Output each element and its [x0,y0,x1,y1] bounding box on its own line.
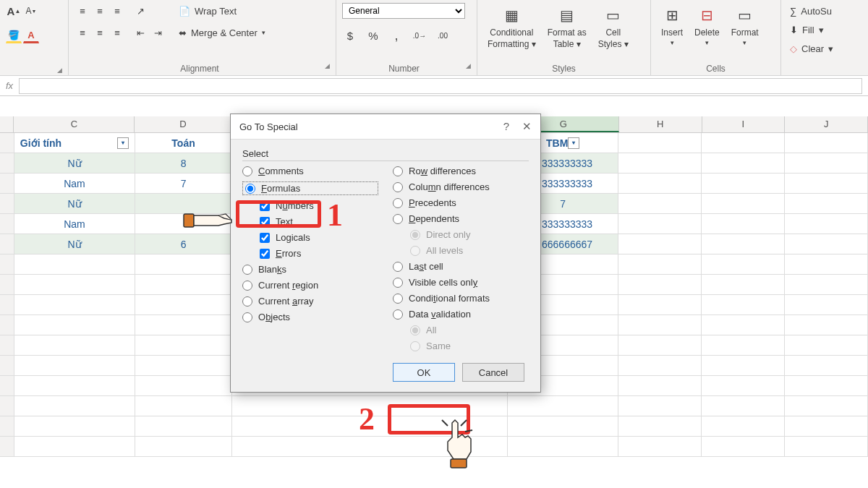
alignment-label: Alignment [180,64,218,74]
fill-color-icon[interactable]: 🪣 [6,27,22,43]
option-cond-formats[interactable]: Conditional formats [393,293,529,304]
option-numbers[interactable]: Numbers [260,200,378,211]
cell-styles-button[interactable]: ▭ Cell Styles ▾ [594,3,633,51]
dialog-title-text: Go To Special [239,121,298,132]
increase-decimal-icon[interactable]: .0→ [412,27,427,43]
ribbon-group-editing: ∑AutoSu ⬇Fill ▾ ◇Clear ▾ [781,0,854,75]
align-right-icon[interactable]: ≡ [109,25,125,40]
filter-icon[interactable]: ▾ [568,137,579,149]
comma-icon[interactable]: , [388,27,404,43]
dialog-launcher-icon[interactable]: ◢ [466,62,471,69]
option-precedents[interactable]: Precedents [393,197,529,208]
delete-button[interactable]: ⊟ Delete▾ [690,3,724,48]
autosum-button[interactable]: ∑AutoSu [787,3,848,19]
increase-font-icon[interactable]: A▲ [6,3,22,19]
option-text[interactable]: Text [260,216,378,227]
increase-indent-icon[interactable]: ⇥ [150,25,166,40]
align-bottom-icon[interactable]: ≡ [109,3,125,19]
header-gioi-tinh[interactable]: Giới tính ▾ [14,133,135,153]
option-objects[interactable]: Objects [242,312,378,322]
font-group-label: ◢ [6,67,62,74]
ok-button[interactable]: OK [393,363,455,382]
option-logicals[interactable]: Logicals [260,232,378,243]
number-label: Number [388,64,420,74]
cell[interactable] [135,194,232,213]
clear-button[interactable]: ◇Clear ▾ [787,40,848,56]
percent-icon[interactable]: % [365,27,381,43]
ribbon: A▲ A▼ 🪣 A ◢ ≡ ≡ ≡ ≡ ≡ ≡ [0,0,868,76]
option-errors[interactable]: Errors [260,248,378,259]
option-current-region[interactable]: Current region [242,280,378,291]
fill-button[interactable]: ⬇Fill ▾ [787,22,848,38]
styles-label: Styles [483,62,644,74]
format-as-table-button[interactable]: ▤ Format as Table ▾ [543,3,591,51]
option-visible-only[interactable]: Visible cells only [393,277,529,288]
option-col-diff[interactable]: Column differences [393,181,529,192]
align-left-icon[interactable]: ≡ [75,25,90,40]
cell[interactable]: Nữ [14,153,135,173]
table-icon: ▤ [556,4,578,26]
insert-button[interactable]: ⊞ Insert▾ [657,3,687,48]
dialog-launcher-icon[interactable]: ◢ [325,62,330,69]
cell[interactable]: 8 [135,153,232,173]
formula-bar: fx [0,76,868,96]
close-icon[interactable]: ✕ [522,120,532,133]
option-row-diff[interactable]: Row differences [393,166,529,176]
option-blanks[interactable]: Blanks [242,264,378,275]
option-current-array[interactable]: Current array [242,296,378,307]
number-format-dropdown[interactable]: General [342,3,465,19]
table-row [0,437,868,457]
cell[interactable]: 7 [135,174,232,193]
delete-icon: ⊟ [696,4,718,26]
cell[interactable]: 6 [135,234,232,254]
table-row [0,416,868,437]
decrease-font-icon[interactable]: A▼ [23,3,39,19]
cell[interactable]: Nam [14,214,135,234]
font-color-icon[interactable]: A [23,27,39,43]
option-data-validation[interactable]: Data validation [393,309,529,320]
ribbon-group-alignment: ≡ ≡ ≡ ≡ ≡ ≡ ↗ ⇤ ⇥ 📄 [69,0,336,75]
cell[interactable] [135,214,232,234]
decrease-decimal-icon[interactable]: .00 [435,27,451,43]
cell-styles-icon: ▭ [603,4,624,26]
formula-input[interactable] [19,78,862,94]
merge-center-button[interactable]: ⬌ Merge & Center ▾ [176,25,268,40]
col-header-spacer[interactable] [0,116,14,132]
option-same: Same [410,341,529,351]
align-middle-icon[interactable]: ≡ [92,3,108,19]
option-all: All [410,325,529,335]
ribbon-group-number: General $ % , .0→ .00 Number◢ [336,0,477,75]
col-header-D[interactable]: D [135,116,231,132]
align-center-icon[interactable]: ≡ [92,25,108,40]
cancel-button[interactable]: Cancel [462,363,524,382]
format-icon: ▭ [734,4,756,26]
orientation-icon[interactable]: ↗ [132,3,148,19]
dialog-titlebar[interactable]: Go To Special ? ✕ [231,114,540,140]
conditional-formatting-button[interactable]: ▦ Conditional Formatting ▾ [483,3,540,51]
col-header-C[interactable]: C [14,116,135,132]
ribbon-group-styles: ▦ Conditional Formatting ▾ ▤ Format as T… [477,0,651,75]
cell[interactable]: Nữ [14,194,135,213]
eraser-icon: ◇ [790,43,797,54]
cell[interactable]: Nữ [14,234,135,254]
help-icon[interactable]: ? [503,120,509,133]
currency-icon[interactable]: $ [342,27,358,43]
option-dependents[interactable]: Dependents [393,213,529,224]
fx-icon[interactable]: fx [6,80,13,91]
align-top-icon[interactable]: ≡ [75,3,90,19]
format-button[interactable]: ▭ Format▾ [727,3,763,48]
wrap-text-icon: 📄 [179,6,190,17]
dialog-launcher-icon[interactable]: ◢ [57,67,62,74]
cell[interactable]: Nam [14,174,135,193]
header-toan[interactable]: Toán [135,133,232,153]
option-last-cell[interactable]: Last cell [393,261,529,272]
filter-icon[interactable]: ▾ [117,137,129,149]
decrease-indent-icon[interactable]: ⇤ [132,25,148,40]
col-header-I[interactable]: I [702,116,786,132]
option-formulas[interactable]: Formulas [242,181,378,195]
col-header-J[interactable]: J [785,116,868,132]
option-comments[interactable]: Comments [242,166,378,176]
merge-icon: ⬌ [179,27,187,38]
wrap-text-button[interactable]: 📄 Wrap Text [176,3,268,19]
col-header-H[interactable]: H [619,116,702,132]
